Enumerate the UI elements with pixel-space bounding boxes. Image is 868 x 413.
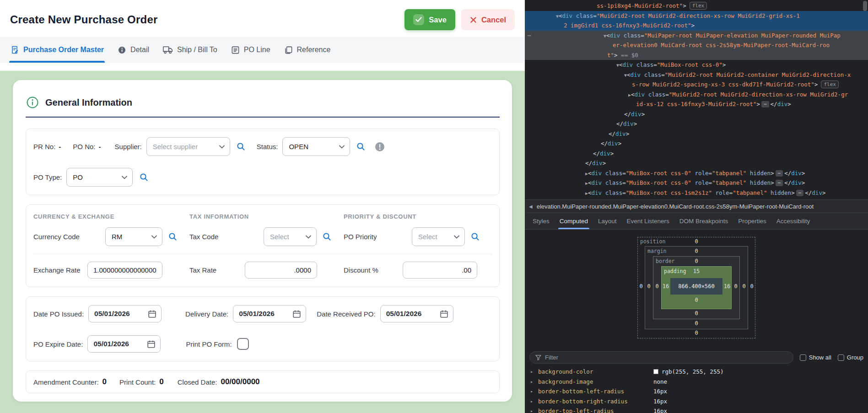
filter-input[interactable]: Filter [529, 351, 793, 364]
supplier-select[interactable]: Select supplier [146, 137, 230, 156]
property-name: background-image [538, 378, 653, 385]
tax-code-search-button[interactable] [322, 232, 332, 241]
exchange-rate-input[interactable]: 1.000000000000000 [87, 262, 162, 279]
dom-tree-row[interactable]: er-elevation0 MuiCard-root css-2s58ym-Mu… [525, 40, 868, 50]
dom-tree-row[interactable]: ▶<div class="MuiGrid2-root MuiGrid2-dire… [525, 90, 868, 100]
dom-tree-row[interactable]: ▶<div class="MuiBox-root css-0" role="ta… [525, 178, 868, 188]
breadcrumb[interactable]: elevation.MuiPaper-rounded.MuiPaper-elev… [537, 203, 814, 210]
search-icon [139, 172, 149, 182]
cancel-button[interactable]: Cancel [461, 9, 515, 30]
breadcrumb-scroll-left-icon[interactable]: ◀ [529, 204, 533, 209]
tab-computed[interactable]: Computed [555, 213, 593, 229]
property-value: rgb(255, 255, 255) [653, 368, 723, 375]
closed-date-label: Closed Date: [178, 378, 217, 386]
pr-no-value: - [59, 143, 61, 150]
date-po-issued-input[interactable]: 05/01/2026 [88, 305, 162, 322]
print-po-form-checkbox[interactable] [237, 338, 249, 350]
dom-tree-row[interactable]: </div> [525, 129, 868, 139]
supplier-search-button[interactable] [236, 142, 246, 151]
dom-tree-row[interactable]: </div> [525, 139, 868, 149]
computed-property-row[interactable]: ▸border-bottom-right-radius16px [525, 397, 868, 407]
tab-layout[interactable]: Layout [593, 213, 622, 229]
collapsed-content-badge[interactable]: ⋯ [776, 180, 783, 186]
tab-ship-bill-to[interactable]: Ship / Bill To [163, 37, 217, 63]
discount-input[interactable]: .00 [403, 262, 477, 279]
tax-code-select[interactable]: Select [264, 227, 317, 246]
save-button[interactable]: Save [404, 9, 455, 30]
padding-right: 16 [724, 283, 730, 290]
tab-event-listeners[interactable]: Event Listeners [622, 213, 674, 229]
flex-badge[interactable]: flex [821, 80, 839, 88]
dom-tree-row[interactable]: id-xs-12 css-16fnxy3-MuiGrid2-root">⋯</d… [525, 99, 868, 109]
position-label: position [640, 238, 665, 245]
disclosure-triangle-icon[interactable]: ▸ [530, 389, 534, 394]
tab-detail[interactable]: Detail [118, 37, 149, 63]
dom-tree-row[interactable]: ⋯▼<div class="MuiPaper-root MuiPaper-ele… [525, 31, 868, 41]
tab-properties[interactable]: Properties [733, 213, 771, 229]
currency-code-select[interactable]: RM [105, 227, 162, 246]
tax-rate-input[interactable]: .0000 [245, 262, 317, 279]
collapsed-content-badge[interactable]: ⋯ [776, 170, 783, 177]
disclosure-triangle-icon[interactable]: ▸ [530, 379, 534, 384]
computed-property-row[interactable]: ▸border-bottom-left-radius16px [525, 386, 868, 397]
dom-tree-row[interactable]: s-row MuiGrid2-spacing-xs-3 css-dkd71f-M… [525, 80, 868, 90]
tab-reference[interactable]: Reference [284, 37, 331, 63]
group-checkbox[interactable]: Group [838, 354, 863, 361]
tab-accessibility[interactable]: Accessibility [771, 213, 815, 229]
header-actions: Save Cancel [404, 9, 515, 30]
tab-purchase-order-master[interactable]: Purchase Order Master [10, 37, 104, 63]
computed-property-row[interactable]: ▸border-top-left-radius16px [525, 406, 868, 413]
collapsed-content-badge[interactable]: ⋯ [796, 190, 804, 196]
status-search-button[interactable] [356, 142, 366, 151]
po-type-search-button[interactable] [139, 172, 149, 182]
disclosure-triangle-icon[interactable]: ▸ [530, 408, 534, 413]
disclosure-triangle-icon[interactable]: ▸ [530, 369, 534, 374]
dom-tree-row[interactable]: ▼<div class="MuiGrid2-root MuiGrid2-cont… [525, 70, 868, 80]
dom-tree-row[interactable]: ▼<div class="MuiGrid2-root MuiGrid2-dire… [525, 11, 868, 21]
dom-tree-row[interactable]: ▶<div class="MuiBox-root css-0" role="ta… [525, 168, 868, 178]
show-all-checkbox[interactable]: Show all [800, 354, 831, 361]
po-priority-select[interactable]: Select [412, 227, 465, 246]
dom-tree-row[interactable]: ▼<div class="MuiBox-root css-0"> [525, 60, 868, 70]
gutter-ellipsis-icon[interactable]: ⋯ [528, 31, 531, 41]
po-expire-date-label: PO Expire Date: [33, 340, 83, 348]
po-type-select[interactable]: PO [66, 168, 133, 187]
dom-tree-row[interactable]: </div> [525, 149, 868, 159]
dom-tree-row[interactable]: </div> [525, 119, 868, 129]
dom-tree-row[interactable]: ss-1pi8xg4-MuiGrid2-root">flex [525, 1, 868, 11]
currency-search-button[interactable] [168, 232, 178, 241]
dom-tree-row[interactable]: </div> [525, 109, 868, 119]
pages-icon [284, 46, 293, 54]
delivery-date-value: 05/01/2026 [239, 310, 275, 318]
computed-property-row[interactable]: ▸background-imagenone [525, 377, 868, 387]
collapsed-content-badge[interactable]: ⋯ [761, 101, 769, 107]
color-swatch[interactable] [653, 369, 658, 374]
po-expire-date-input[interactable]: 05/01/2026 [87, 335, 161, 353]
computed-property-row[interactable]: ▸background-colorrgb(255, 255, 255) [525, 367, 868, 377]
tab-styles[interactable]: Styles [528, 213, 555, 229]
save-button-label: Save [429, 16, 447, 24]
dom-tree-row[interactable]: ▶<div class="MuiBox-root [525, 198, 868, 199]
date-received-po-label: Date Received PO: [317, 310, 375, 318]
po-expire-date-value: 05/01/2026 [93, 340, 129, 348]
date-received-po-input[interactable]: 05/01/2026 [380, 305, 453, 322]
po-priority-search-button[interactable] [470, 232, 480, 241]
currency-code-value: RM [112, 233, 122, 241]
devtools-panel: ss-1pi8xg4-MuiGrid2-root">flex▼<div clas… [525, 0, 868, 413]
tab-po-line[interactable]: PO Line [231, 37, 270, 63]
disclosure-triangle-icon[interactable]: ▸ [530, 399, 534, 404]
dom-tree-row[interactable]: </div> [525, 158, 868, 168]
flex-badge[interactable]: flex [690, 2, 707, 10]
search-icon [322, 232, 332, 241]
status-select[interactable]: OPEN [282, 137, 350, 156]
box-model-diagram[interactable]: 866.400×560 position margin border paddi… [637, 237, 755, 338]
calendar-icon [440, 310, 448, 318]
tab-dom-breakpoints[interactable]: DOM Breakpoints [674, 213, 733, 229]
dom-tree-row[interactable]: t"> == $0 [525, 50, 868, 60]
dom-tree-row[interactable]: ▶<div class="MuiBox-root css-1sm2s1z" ro… [525, 188, 868, 198]
print-po-form-label: Print PO Form: [186, 340, 232, 348]
delivery-date-input[interactable]: 05/01/2026 [233, 305, 306, 322]
devtools-tab-bar: Styles Computed Layout Event Listeners D… [525, 213, 868, 230]
scrollbar-thumb[interactable] [863, 1, 867, 11]
dom-tree-row[interactable]: 2 imgGird1 css-16fnxy3-MuiGrid2-root"> [525, 21, 868, 31]
